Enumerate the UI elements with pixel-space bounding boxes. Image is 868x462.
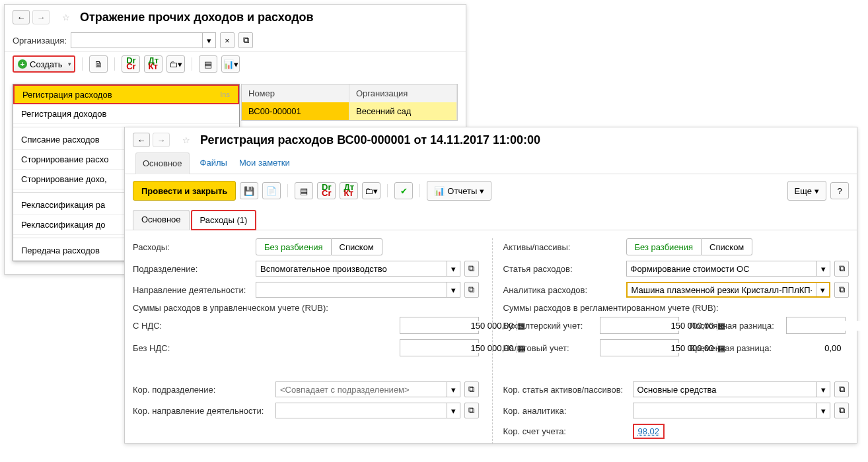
- chevron-down-icon[interactable]: ▾: [816, 283, 829, 296]
- chevron-down-icon[interactable]: ▾: [447, 403, 460, 418]
- kan-combo[interactable]: ▾: [633, 403, 831, 418]
- label-kpodr: Кор. подразделение:: [133, 385, 271, 395]
- subtab-main[interactable]: Основное: [133, 210, 190, 230]
- nav-back-button[interactable]: ←: [133, 133, 150, 147]
- napr-open[interactable]: ⧉: [464, 282, 479, 298]
- label-bnds: Без НДС:: [133, 343, 252, 353]
- toolbar: + Создать 🗎 DrCr ДтКт 🗀▾ ▤ 📊▾: [5, 51, 466, 77]
- pr-field[interactable]: ▦: [786, 317, 846, 334]
- detail-tabs: Основное Файлы Мои заметки: [125, 152, 857, 174]
- nav-forward-button[interactable]: →: [153, 133, 170, 147]
- right-section: Суммы расходов в регламентированном учет…: [503, 303, 850, 313]
- plus-icon: +: [18, 59, 27, 69]
- org-label: Организация:: [13, 36, 67, 46]
- kpodr-open[interactable]: ⧉: [464, 381, 479, 397]
- post-icon[interactable]: 📄: [262, 182, 281, 199]
- podr-open[interactable]: ⧉: [464, 261, 479, 277]
- org-clear-button[interactable]: ×: [220, 32, 235, 48]
- favorite-star-icon[interactable]: ☆: [179, 133, 194, 147]
- label-ap: Активы/пассивы:: [503, 242, 622, 252]
- grid-row[interactable]: ВС00-000001 Весенний сад: [242, 102, 457, 120]
- split-toggle-right[interactable]: Без разбиения Списком: [626, 238, 753, 255]
- menu-reg-dohodov[interactable]: Регистрация доходов: [13, 104, 239, 124]
- label-ar: Аналитика расходов:: [503, 285, 622, 295]
- chevron-down-icon[interactable]: ▾: [447, 382, 460, 397]
- create-button[interactable]: + Создать: [13, 55, 75, 73]
- ar-open[interactable]: ⧉: [834, 282, 849, 298]
- chevron-down-icon[interactable]: ▾: [816, 261, 830, 276]
- org-dropdown-icon[interactable]: ▾: [202, 33, 215, 48]
- command-bar: Провести и закрыть 💾 📄 ▤ DrCr ДтКт 🗀▾ ✔ …: [125, 174, 857, 207]
- form-area: Расходы: Без разбиения Списком Подраздел…: [125, 230, 857, 452]
- col-org[interactable]: Организация: [349, 84, 457, 102]
- btn-list-right[interactable]: Списком: [702, 238, 752, 255]
- help-button[interactable]: ?: [830, 182, 849, 199]
- create-label: Создать: [30, 59, 62, 69]
- dtkt-button[interactable]: ДтКт: [144, 55, 163, 73]
- napr-combo[interactable]: ▾: [256, 282, 460, 298]
- drcr-button[interactable]: DrCr: [122, 55, 140, 73]
- nav-back-button[interactable]: ←: [13, 10, 30, 24]
- kor-account-link[interactable]: 98.02: [633, 424, 665, 439]
- btn-bez-left[interactable]: Без разбиения: [256, 238, 332, 255]
- sr-combo[interactable]: ▾: [626, 261, 831, 277]
- left-section: Суммы расходов в управленческом учете (R…: [133, 303, 479, 313]
- drcr-icon[interactable]: DrCr: [317, 182, 336, 199]
- snds-field[interactable]: ▦: [400, 317, 479, 334]
- sr-open[interactable]: ⧉: [834, 261, 849, 277]
- podr-combo[interactable]: ▾: [256, 261, 460, 277]
- tab-files[interactable]: Файлы: [199, 152, 229, 174]
- label-ksap: Кор. статья активов/пассивов:: [503, 385, 629, 395]
- knapr-combo[interactable]: ▾: [275, 403, 460, 418]
- nav-forward-button[interactable]: →: [32, 10, 50, 24]
- copy-button[interactable]: 🗎: [89, 55, 108, 73]
- struct-icon[interactable]: ▤: [295, 182, 313, 199]
- ksap-open[interactable]: ⧉: [834, 381, 849, 397]
- folder-icon[interactable]: 🗀▾: [362, 182, 380, 199]
- org-open-button[interactable]: ⧉: [238, 32, 253, 48]
- grid-header: Номер Организация: [242, 84, 457, 102]
- left-col: Расходы: Без разбиения Списком Подраздел…: [133, 238, 479, 444]
- col-number[interactable]: Номер: [242, 84, 349, 102]
- ar-combo[interactable]: ▾: [626, 282, 831, 298]
- chevron-down-icon[interactable]: ▾: [447, 282, 460, 297]
- org-input[interactable]: [71, 33, 202, 48]
- org-combo[interactable]: ▾: [71, 32, 216, 48]
- detail-title: Регистрация расходов ВС00-000001 от 14.1…: [200, 133, 540, 147]
- cell-org: Весенний сад: [349, 102, 457, 120]
- kpodr-combo[interactable]: ▾: [275, 381, 460, 397]
- subtab-rashody[interactable]: Расходы (1): [191, 210, 257, 230]
- bnds-field[interactable]: ▦: [400, 339, 479, 356]
- save-icon[interactable]: 💾: [240, 182, 258, 199]
- split-toggle-left[interactable]: Без разбиения Списком: [256, 238, 382, 255]
- bu-field[interactable]: ▦: [600, 317, 679, 334]
- label-knapr: Кор. направление деятельности:: [133, 406, 271, 416]
- tab-main[interactable]: Основное: [135, 152, 190, 174]
- chevron-down-icon[interactable]: ▾: [816, 382, 830, 397]
- btn-list-left[interactable]: Списком: [332, 238, 382, 255]
- window-reg-rashodov: ← → ☆ Регистрация расходов ВС00-000001 о…: [124, 127, 857, 444]
- doc-grid: Номер Организация ВС00-000001 Весенний с…: [241, 84, 458, 121]
- reports-button[interactable]: 📊 Отчеты ▾: [427, 181, 491, 201]
- ksap-combo[interactable]: ▾: [633, 381, 831, 397]
- sub-tabs: Основное Расходы (1): [125, 210, 857, 230]
- check-icon[interactable]: ✔: [394, 182, 413, 199]
- kan-open[interactable]: ⧉: [834, 403, 849, 418]
- chevron-down-icon[interactable]: ▾: [816, 403, 830, 418]
- folder-dropdown-button[interactable]: 🗀▾: [166, 55, 185, 73]
- label-sr: Статья расходов:: [503, 264, 622, 274]
- post-and-close-button[interactable]: Провести и закрыть: [133, 181, 236, 201]
- menu-reg-rashodov[interactable]: Регистрация расходов Ins: [13, 84, 239, 104]
- tab-notes[interactable]: Мои заметки: [238, 152, 291, 174]
- nu-field[interactable]: ▦: [600, 339, 679, 356]
- struct-button[interactable]: ▤: [199, 55, 217, 73]
- chart-dropdown-button[interactable]: 📊▾: [221, 55, 240, 73]
- chevron-down-icon[interactable]: ▾: [447, 261, 460, 276]
- label-podr: Подразделение:: [133, 264, 252, 274]
- favorite-star-icon[interactable]: ☆: [59, 10, 73, 24]
- knapr-open[interactable]: ⧉: [464, 403, 479, 418]
- dtkt-icon[interactable]: ДтКт: [340, 182, 358, 199]
- more-button[interactable]: Еще ▾: [787, 181, 826, 201]
- btn-bez-right[interactable]: Без разбиения: [626, 238, 702, 255]
- label-napr: Направление деятельности:: [133, 285, 252, 295]
